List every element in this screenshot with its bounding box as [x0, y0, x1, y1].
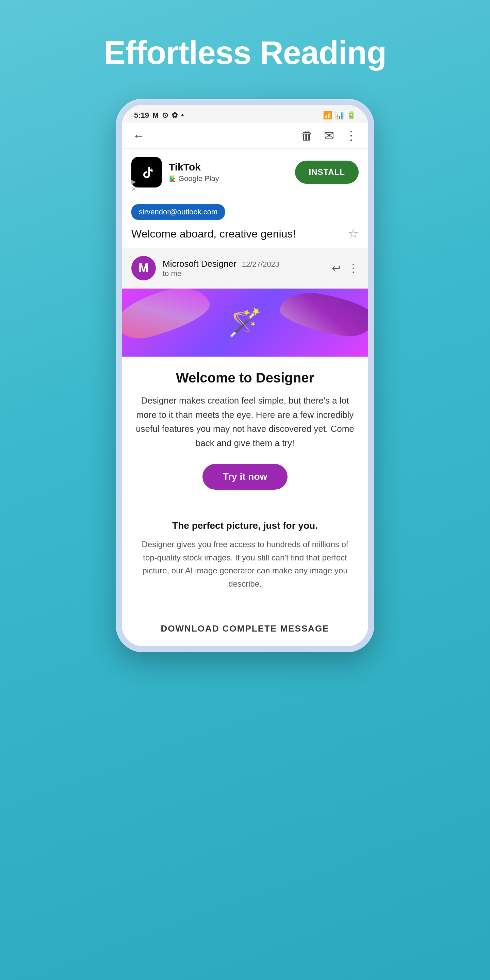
sender-avatar: M [131, 256, 156, 280]
toolbar-right: 🗑 ✉ ⋮ [301, 129, 357, 143]
email-description: Designer makes creation feel simple, but… [135, 394, 355, 450]
sender-chip: sirvendor@outlook.com [131, 204, 225, 220]
ad-store-name: Google Play [169, 174, 288, 183]
email-subject-text: Welcome aboard, creative genius! [131, 228, 296, 240]
more-options-button[interactable]: ⋮ [345, 129, 357, 143]
toolbar-left: ← [133, 129, 145, 143]
sender-date: 12/27/2023 [242, 260, 279, 269]
mail-action-button[interactable]: ✉ [324, 129, 334, 143]
email-hero-image: 🪄 [122, 288, 368, 356]
designer-icon: 🪄 [228, 307, 262, 339]
settings-icon: ⊙ [162, 111, 168, 120]
gmail-icon: M [153, 111, 159, 120]
download-label[interactable]: DOWNLOAD COMPLETE MESSAGE [161, 624, 329, 633]
camera-icon: ✿ [172, 111, 178, 120]
second-section-title: The perfect picture, just for you. [135, 520, 355, 531]
more-email-options[interactable]: ⋮ [348, 262, 359, 275]
paint-stroke-2 [277, 288, 368, 340]
phone-mockup: 5:19 M ⊙ ✿ • 📶 📊 🔋 ← 🗑 ✉ ⋮ [116, 99, 374, 652]
back-button[interactable]: ← [133, 129, 145, 143]
status-time: 5:19 [134, 111, 149, 120]
email-body: Welcome to Designer Designer makes creat… [122, 356, 368, 514]
page-title: Effortless Reading [104, 34, 386, 72]
ad-banner: TikTok Google Pla [122, 149, 368, 196]
star-icon[interactable]: ☆ [348, 227, 359, 241]
phone-screen: 5:19 M ⊙ ✿ • 📶 📊 🔋 ← 🗑 ✉ ⋮ [122, 105, 368, 646]
delete-button[interactable]: 🗑 [301, 129, 313, 143]
ad-app-name: TikTok [169, 161, 288, 173]
ad-app-info: TikTok Google Pla [169, 161, 288, 183]
dot-icon: • [181, 111, 184, 120]
reply-icon[interactable]: ↩ [332, 262, 341, 275]
second-section: The perfect picture, just for you. Desig… [122, 514, 368, 594]
ad-marker: ▶ ✕ [131, 178, 137, 193]
sender-name: Microsoft Designer [163, 259, 237, 269]
install-button[interactable]: INSTALL [295, 161, 359, 184]
wifi-icon: 📶 [323, 111, 332, 120]
sender-to: to me [163, 269, 325, 278]
try-now-button[interactable]: Try it now [202, 464, 288, 490]
email-subject-row: Welcome aboard, creative genius! ☆ [122, 223, 368, 248]
status-left: 5:19 M ⊙ ✿ • [134, 111, 184, 120]
paint-stroke-1 [122, 288, 214, 344]
download-bar[interactable]: DOWNLOAD COMPLETE MESSAGE [122, 611, 368, 646]
sender-info: Microsoft Designer 12/27/2023 to me [163, 259, 325, 278]
status-bar: 5:19 M ⊙ ✿ • 📶 📊 🔋 [122, 105, 368, 123]
email-content: 🪄 Welcome to Designer Designer makes cre… [122, 288, 368, 611]
fade-overlay [122, 590, 368, 611]
email-meta-row: M Microsoft Designer 12/27/2023 to me ↩ … [122, 248, 368, 288]
battery-icon: 🔋 [347, 111, 356, 120]
status-right: 📶 📊 🔋 [323, 111, 356, 120]
meta-actions: ↩ ⋮ [332, 262, 359, 275]
email-toolbar: ← 🗑 ✉ ⋮ [122, 123, 368, 149]
email-main-title: Welcome to Designer [135, 370, 355, 385]
sender-tag-section: sirvendor@outlook.com [122, 196, 368, 223]
second-section-desc: Designer gives you free access to hundre… [135, 538, 355, 590]
signal-icon: 📊 [335, 111, 344, 120]
